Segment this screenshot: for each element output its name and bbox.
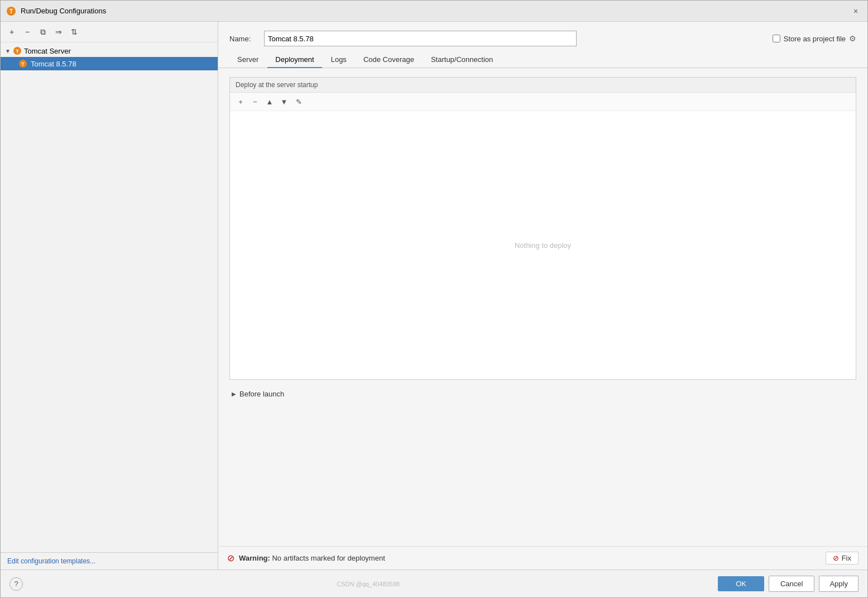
- tab-startup-connection[interactable]: Startup/Connection: [423, 52, 501, 68]
- tab-server[interactable]: Server: [229, 52, 266, 68]
- store-project-label: Store as project file: [784, 35, 846, 43]
- close-button[interactable]: ×: [850, 5, 862, 17]
- name-input[interactable]: [264, 31, 577, 46]
- tomcat-item-icon: T: [18, 59, 27, 68]
- tab-logs[interactable]: Logs: [323, 52, 354, 68]
- name-label: Name:: [229, 35, 257, 43]
- bottom-bar: ? CSDN @qq_40480598 OK Cancel Apply: [1, 570, 867, 597]
- deploy-up-button[interactable]: ▲: [263, 95, 276, 108]
- add-config-button[interactable]: +: [5, 25, 18, 39]
- store-project-checkbox[interactable]: [773, 35, 780, 42]
- deploy-down-button[interactable]: ▼: [278, 95, 290, 108]
- app-icon: T: [6, 6, 16, 16]
- before-launch-chevron-icon: ▶: [232, 391, 236, 397]
- remove-config-button[interactable]: −: [21, 25, 34, 39]
- deploy-edit-button[interactable]: ✎: [292, 95, 305, 108]
- cancel-button[interactable]: Cancel: [769, 576, 814, 592]
- name-row: Name: Store as project file ⚙: [218, 22, 867, 52]
- title-bar-left: T Run/Debug Configurations: [6, 6, 106, 16]
- sort-config-button[interactable]: ⇅: [68, 25, 81, 39]
- svg-text:T: T: [16, 49, 19, 54]
- fix-button[interactable]: ⊘ Fix: [826, 552, 859, 564]
- svg-text:T: T: [21, 61, 25, 67]
- deploy-add-button[interactable]: +: [234, 95, 247, 108]
- deploy-toolbar: + − ▲ ▼ ✎: [230, 93, 856, 111]
- tree-group-label: Tomcat Server: [24, 47, 71, 55]
- run-debug-dialog: T Run/Debug Configurations × + − ⧉ ⇒: [0, 0, 868, 598]
- before-launch-label: Before launch: [239, 390, 284, 398]
- tab-code-coverage[interactable]: Code Coverage: [356, 52, 422, 68]
- deploy-empty-area: Nothing to deploy: [230, 111, 856, 379]
- deploy-remove-button[interactable]: −: [249, 95, 261, 108]
- svg-text:T: T: [9, 8, 13, 15]
- left-panel: + − ⧉ ⇒ ⇅ ▼: [1, 22, 218, 570]
- group-chevron-icon: ▼: [5, 48, 11, 54]
- tree-group-tomcat[interactable]: ▼ T Tomcat Server: [1, 45, 218, 57]
- ok-button[interactable]: OK: [718, 576, 764, 591]
- fix-icon: ⊘: [833, 554, 839, 562]
- watermark: CSDN @qq_40480598: [337, 580, 404, 589]
- copy-config-button[interactable]: ⧉: [36, 25, 50, 39]
- tab-deployment[interactable]: Deployment: [267, 52, 322, 68]
- left-toolbar: + − ⧉ ⇒ ⇅: [1, 22, 218, 42]
- deploy-section: Deploy at the server startup + − ▲: [229, 77, 856, 380]
- gear-icon[interactable]: ⚙: [849, 34, 856, 43]
- deploy-section-header: Deploy at the server startup: [230, 78, 856, 93]
- move-config-button[interactable]: ⇒: [52, 25, 65, 39]
- tree-item-tomcat[interactable]: T Tomcat 8.5.78: [1, 57, 218, 70]
- tree-item-label: Tomcat 8.5.78: [31, 60, 76, 68]
- edit-templates-link[interactable]: Edit configuration templates...: [1, 552, 218, 570]
- main-content: + − ⧉ ⇒ ⇅ ▼: [1, 22, 867, 570]
- tomcat-group-icon: T: [13, 46, 22, 55]
- warning-bar: ⊘ Warning: No artifacts marked for deplo…: [218, 546, 867, 570]
- help-button[interactable]: ?: [9, 577, 23, 591]
- title-bar: T Run/Debug Configurations ×: [1, 1, 867, 22]
- dialog-title: Run/Debug Configurations: [21, 7, 106, 15]
- tab-content-deployment: Deploy at the server startup + − ▲: [218, 68, 867, 546]
- warning-icon: ⊘: [227, 553, 234, 563]
- right-panel: Name: Store as project file ⚙ Server Dep…: [218, 22, 867, 570]
- action-buttons: OK Cancel Apply: [718, 576, 859, 592]
- config-tree: ▼ T Tomcat Server T Tomcat 8.5.78: [1, 42, 218, 552]
- tabs-row: Server Deployment Logs Code Coverage Sta…: [218, 52, 867, 68]
- apply-button[interactable]: Apply: [819, 576, 859, 592]
- store-project-area: Store as project file ⚙: [773, 34, 856, 43]
- before-launch-section[interactable]: ▶ Before launch: [229, 386, 856, 401]
- warning-text: Warning: No artifacts marked for deploym…: [239, 554, 821, 562]
